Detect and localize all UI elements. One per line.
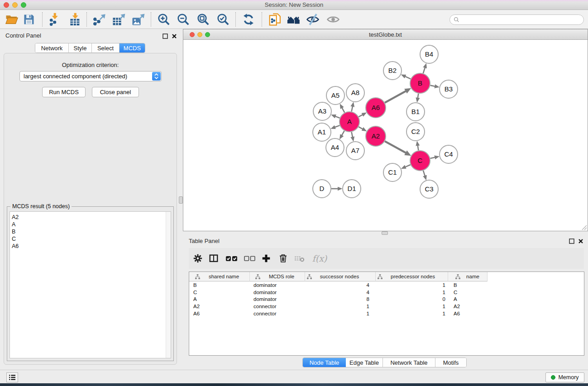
graph-edge[interactable] (352, 132, 353, 137)
table-cell[interactable]: B (189, 282, 250, 288)
show-column-button[interactable] (206, 251, 221, 266)
import-network-button[interactable] (47, 11, 63, 28)
table-cell[interactable]: dominator (250, 296, 305, 302)
graph-edge[interactable] (342, 108, 345, 112)
table-cell[interactable]: dominator (250, 290, 305, 295)
table-cell[interactable]: 1 (305, 311, 376, 316)
table-settings-button[interactable] (191, 251, 205, 266)
table-cell[interactable]: 1 (376, 311, 448, 316)
table-cell[interactable]: C (448, 290, 488, 295)
mcds-result-item[interactable]: C (10, 235, 171, 243)
float-panel-icon[interactable] (162, 33, 168, 39)
graph-edge[interactable] (385, 91, 406, 103)
delete-table-button[interactable] (292, 251, 307, 266)
mcds-result-item[interactable]: A (10, 221, 171, 228)
graph-edge[interactable] (430, 86, 435, 86)
mcds-result-item[interactable]: A6 (10, 243, 171, 250)
table-cell[interactable]: A (189, 296, 250, 302)
function-builder-button[interactable]: f(x) (310, 251, 330, 266)
unselect-all-button[interactable] (243, 251, 257, 266)
column-header[interactable]: shared name (189, 272, 250, 281)
table-cell[interactable]: connector (250, 311, 305, 316)
import-table-button[interactable] (67, 11, 83, 28)
graph-edge[interactable] (406, 165, 411, 167)
mcds-result-item[interactable]: B (10, 228, 171, 235)
tab-select[interactable]: Select (92, 43, 120, 52)
show-all-button[interactable] (325, 11, 341, 28)
mcds-result-list[interactable]: A2ABCA6 (10, 211, 171, 358)
run-mcds-button[interactable]: Run MCDS (42, 87, 86, 97)
graph-edge[interactable] (352, 106, 353, 111)
graph-edge[interactable] (359, 127, 363, 129)
column-header[interactable]: name (448, 272, 488, 281)
table-row[interactable]: A2connector11A2 (189, 303, 584, 310)
optimization-criterion-select[interactable]: largest connected component (directed) (19, 71, 162, 81)
table-cell[interactable]: 8 (305, 296, 376, 302)
table-cell[interactable]: 0 (376, 296, 448, 302)
table-cell[interactable]: A2 (448, 304, 488, 309)
graph-edge[interactable] (418, 146, 419, 151)
column-header[interactable]: MCDS role (250, 272, 305, 281)
refresh-button[interactable] (240, 11, 257, 28)
delete-column-button[interactable] (276, 251, 290, 266)
table-cell[interactable]: B (448, 282, 488, 288)
table-cell[interactable]: 1 (376, 282, 448, 288)
table-cell[interactable]: A2 (189, 304, 250, 309)
zoom-selected-button[interactable] (215, 11, 231, 28)
table-cell[interactable]: 1 (376, 304, 448, 309)
tab-edge-table[interactable]: Edge Table (346, 358, 383, 367)
graph-edge[interactable] (418, 94, 419, 98)
table-cell[interactable]: connector (250, 304, 305, 309)
column-header[interactable]: predecessor nodes (376, 272, 448, 281)
table-cell[interactable]: A6 (189, 311, 250, 316)
column-header[interactable]: successor nodes (305, 272, 376, 281)
vertical-splitter-grip[interactable] (179, 196, 183, 204)
table-row[interactable]: A6connector11A6 (189, 310, 584, 317)
table-cell[interactable]: 1 (305, 304, 376, 309)
export-table-button[interactable] (110, 11, 127, 28)
memory-button[interactable]: Memory (545, 372, 584, 382)
zoom-in-button[interactable] (156, 11, 172, 28)
hide-selected-button[interactable] (305, 11, 321, 28)
table-cell[interactable]: 4 (305, 282, 376, 288)
export-image-button[interactable] (130, 11, 146, 28)
add-column-button[interactable] (259, 251, 273, 266)
zoom-fit-button[interactable] (195, 11, 211, 28)
network-view[interactable]: AA1A2A3A4A5A6A7A8BB1B2B3B4CC1C2C3C4DD1 (183, 40, 588, 231)
graph-edge[interactable] (359, 115, 363, 117)
graph-edge[interactable] (423, 68, 425, 73)
table-cell[interactable]: 1 (376, 290, 448, 295)
table-cell[interactable]: A6 (448, 311, 488, 316)
tab-style[interactable]: Style (69, 43, 92, 52)
open-session-button[interactable] (4, 11, 20, 28)
export-network-button[interactable] (91, 11, 107, 28)
list-scrollbar[interactable] (166, 212, 171, 358)
tab-network[interactable]: Network (35, 43, 69, 52)
close-panel-icon[interactable] (578, 238, 583, 244)
network-window-titlebar[interactable]: testGlobe.txt (183, 29, 588, 40)
copy-session-button[interactable] (267, 11, 283, 28)
graph-edge[interactable] (335, 116, 340, 118)
graph-edge[interactable] (335, 125, 339, 127)
mcds-result-item[interactable]: A2 (10, 214, 171, 221)
tab-motifs[interactable]: Motifs (435, 358, 466, 367)
graph-edge[interactable] (405, 76, 411, 79)
table-cell[interactable]: C (189, 290, 250, 295)
table-row[interactable]: Cdominator41C (189, 289, 584, 296)
horizontal-splitter-grip[interactable] (382, 231, 388, 235)
tab-network-table[interactable]: Network Table (383, 358, 435, 367)
graph-edge[interactable] (342, 131, 344, 135)
graph-edge[interactable] (430, 157, 435, 158)
save-session-button[interactable] (21, 11, 37, 28)
table-row[interactable]: Adominator80A (189, 295, 584, 303)
table-cell[interactable]: dominator (250, 282, 305, 288)
zoom-out-button[interactable] (175, 11, 191, 28)
search-input[interactable] (461, 15, 583, 24)
table-cell[interactable]: A (448, 296, 488, 302)
task-history-button[interactable] (6, 372, 18, 382)
home-view-button[interactable] (285, 11, 301, 28)
tab-mcds[interactable]: MCDS (120, 43, 145, 52)
float-panel-icon[interactable] (569, 238, 574, 244)
select-all-button[interactable] (225, 251, 239, 266)
close-panel-icon[interactable] (171, 33, 177, 39)
